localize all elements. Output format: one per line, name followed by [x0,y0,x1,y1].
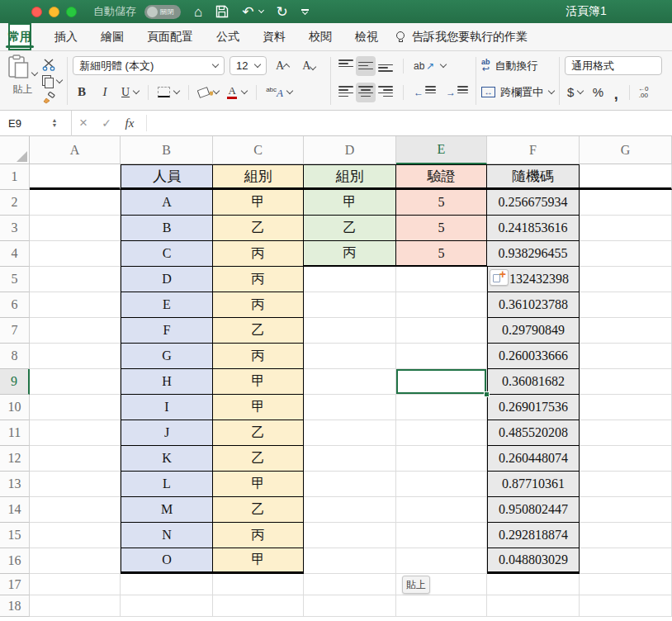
align-center-button[interactable] [356,83,376,102]
cell-F17[interactable] [487,574,580,595]
currency-format-button[interactable]: $ [565,83,585,102]
cancel-icon[interactable]: × [72,115,95,131]
increase-decimal-button[interactable]: ←0 .00 [634,83,652,102]
cell-C5[interactable]: 丙 [213,267,304,292]
tell-me-search[interactable]: 告訴我您要執行的作業 [396,30,528,45]
underline-button[interactable]: U [119,83,141,102]
cell-C14[interactable]: 乙 [213,497,304,523]
row-header-7[interactable]: 7 [0,318,30,344]
autosave-toggle[interactable]: 關閉 [144,5,181,19]
cell-E16[interactable] [396,548,487,574]
cell-F3[interactable]: 0.241853616 [487,216,580,241]
cell-A16[interactable] [30,548,121,574]
cell-F2[interactable]: 0.256675934 [487,190,580,216]
cell-D12[interactable] [304,446,396,472]
cell-F16[interactable]: 0.048803029 [487,548,580,574]
cell-G4[interactable] [580,241,672,267]
cell-C4[interactable]: 丙 [213,241,304,267]
row-header-1[interactable]: 1 [0,164,30,190]
cell-C7[interactable]: 乙 [213,318,304,344]
cell-A11[interactable] [30,420,121,446]
tab-page-layout[interactable]: 頁面配置 [147,23,193,50]
cell-B3[interactable]: B [121,216,213,241]
cell-D18[interactable] [304,595,396,617]
tab-insert[interactable]: 插入 [54,23,78,50]
formula-input[interactable] [147,111,672,135]
row-header-3[interactable]: 3 [0,216,30,241]
save-icon[interactable] [215,5,229,18]
bold-button[interactable]: B [73,83,91,102]
column-header-F[interactable]: F [487,136,580,164]
cell-G18[interactable] [580,595,672,617]
fill-color-button[interactable] [196,83,221,102]
tab-draw[interactable]: 繪圖 [101,23,124,50]
font-size-combo[interactable]: 12 [230,56,267,75]
cell-F14[interactable]: 0.950802447 [487,497,580,523]
tab-data[interactable]: 資料 [263,23,286,50]
cell-E18[interactable] [396,595,487,617]
cell-A15[interactable] [30,523,121,548]
customize-toolbar-icon[interactable] [301,9,309,14]
row-header-16[interactable]: 16 [0,548,30,574]
cell-F6[interactable]: 0.361023788 [487,292,580,318]
cell-E3[interactable]: 5 [396,216,487,241]
cell-F11[interactable]: 0.485520208 [487,420,580,446]
cell-C9[interactable]: 甲 [213,369,304,395]
cell-E10[interactable] [396,395,487,420]
paste-button[interactable]: 貼上 [8,55,37,107]
row-header-6[interactable]: 6 [0,292,30,318]
cell-F13[interactable]: 0.87710361 [487,472,580,497]
cell-C3[interactable]: 乙 [213,216,304,241]
redo-icon[interactable]: ↻ [277,5,288,19]
phonetic-guide-button[interactable]: abc A [263,83,295,102]
tab-view[interactable]: 檢視 [355,23,378,50]
cell-F9[interactable]: 0.36081682 [487,369,580,395]
cell-C2[interactable]: 甲 [213,190,304,216]
align-bottom-button[interactable] [376,56,395,76]
cell-G7[interactable] [580,318,672,344]
cell-F7[interactable]: 0.29790849 [487,318,580,344]
align-left-button[interactable] [336,83,356,102]
row-header-18[interactable]: 18 [0,595,30,617]
cell-A5[interactable] [30,267,121,292]
cell-F18[interactable] [487,595,580,617]
cell-A17[interactable] [30,574,121,595]
cell-E13[interactable] [396,472,487,497]
cell-G2[interactable] [580,190,672,216]
cell-F15[interactable]: 0.292818874 [487,523,580,548]
cell-C12[interactable]: 乙 [213,446,304,472]
cell-B7[interactable]: F [121,318,213,344]
align-middle-button[interactable] [356,56,376,76]
cell-B16[interactable]: O [121,548,213,574]
merge-center-button[interactable]: ↔ 跨欄置中 [481,85,554,100]
cell-E14[interactable] [396,497,487,523]
cell-B18[interactable] [121,595,213,617]
borders-button[interactable] [155,83,182,102]
cell-B2[interactable]: A [121,190,213,216]
cell-D9[interactable] [304,369,396,395]
row-header-17[interactable]: 17 [0,574,30,595]
cell-E11[interactable] [396,420,487,446]
column-header-B[interactable]: B [121,136,213,164]
column-header-C[interactable]: C [213,136,304,164]
cell-F1[interactable]: 隨機碼 [487,164,580,190]
cut-button[interactable] [42,56,62,73]
font-color-button[interactable]: A [225,83,249,102]
cell-B14[interactable]: M [121,497,213,523]
cell-E8[interactable] [396,344,487,369]
cell-A10[interactable] [30,395,121,420]
cell-G3[interactable] [580,216,672,241]
cell-A4[interactable] [30,241,121,267]
cell-E1[interactable]: 驗證 [396,164,487,190]
cell-D4[interactable]: 丙 [304,241,396,267]
column-header-A[interactable]: A [30,136,121,164]
cell-B8[interactable]: G [121,344,213,369]
align-top-button[interactable] [336,56,356,76]
cell-F8[interactable]: 0.260033666 [487,344,580,369]
name-box[interactable]: E9 [0,117,48,130]
cell-B9[interactable]: H [121,369,213,395]
cell-D6[interactable] [304,292,396,318]
insert-function-icon[interactable]: fx [118,116,141,130]
row-header-12[interactable]: 12 [0,446,30,472]
cell-G15[interactable] [580,523,672,548]
